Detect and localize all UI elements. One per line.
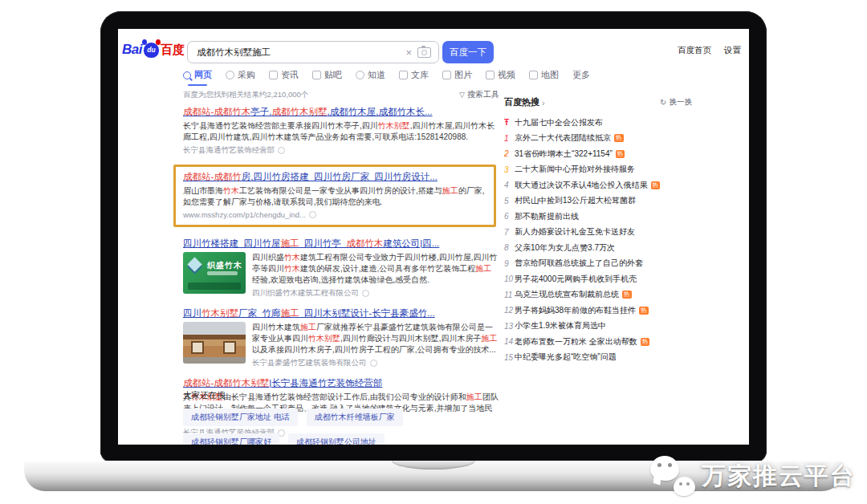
- result-type-tab[interactable]: 贴吧: [312, 69, 342, 86]
- search-result: 四川竹楼搭建_四川竹屋施工_四川竹亭_成都竹木建筑公司|四... 织盛竹木 四川…: [183, 238, 499, 299]
- related-chip[interactable]: 成都轻钢别墅厂家地址 电话: [183, 408, 298, 426]
- hot-badge: 热: [641, 338, 650, 346]
- hot-search-item[interactable]: 8 父亲10年为女儿点赞3.7万次: [504, 240, 692, 256]
- result-thumbnail[interactable]: 织盛竹木: [183, 252, 246, 294]
- hot-search-item[interactable]: 10 男子花4000元网购手机收到手机壳: [504, 271, 692, 287]
- clear-icon[interactable]: ×: [400, 47, 417, 59]
- top-links: 百度首页 设置: [678, 45, 741, 56]
- hot-item-text: 那不勒斯提前出线: [515, 211, 579, 222]
- hot-search-item[interactable]: 5 村民山中捡到13公斤超大松茸菌群: [504, 193, 692, 209]
- hot-search-item[interactable]: 3 二十大新闻中心开始对外接待服务: [504, 162, 692, 178]
- result-type-tab[interactable]: 网页: [183, 69, 212, 86]
- result-type-tab[interactable]: 知道: [356, 69, 385, 86]
- result-snippet: 眉山市墨海竹木工艺装饰有限公司是一家专业从事四川竹房的设计,搭建与施工的厂家,如…: [183, 185, 486, 208]
- result-type-tab[interactable]: 图片: [442, 69, 472, 86]
- tab-icon: [183, 71, 191, 79]
- hot-rank: 11: [504, 291, 515, 299]
- result-title-link[interactable]: 成都站-成都竹房,四川竹房搭建_四川竹房厂家_四川竹房设计...: [183, 171, 486, 183]
- result-type-tab[interactable]: 更多: [572, 69, 590, 86]
- hot-rank: 5: [504, 197, 515, 205]
- result-title-link[interactable]: 四川竹楼搭建_四川竹屋施工_四川竹亭_成都竹木建筑公司|四...: [183, 238, 499, 250]
- result-source[interactable]: 四川织盛竹木建筑工程有限公司: [252, 288, 499, 299]
- result-source[interactable]: 长宁县海通竹艺装饰经营部: [183, 145, 499, 156]
- hot-item-text: 十九届七中全会公报发布: [515, 117, 603, 128]
- result-snippet: 长宁县海通竹艺装饰经营部主要承接四川竹木亭子,四川竹木别墅,四川竹木屋,四川竹木…: [183, 120, 499, 143]
- baidu-results-page: 百度首页 设置 Bai du 百度 × 百度一下 网页: [118, 29, 749, 445]
- hot-search-item[interactable]: 12 男子将妈妈38年前做的布鞋当挂件 热: [504, 303, 692, 319]
- hot-rank: 14: [504, 337, 515, 346]
- related-chip[interactable]: 成都轻钢别墅厂哪家好: [183, 433, 279, 445]
- home-link[interactable]: 百度首页: [678, 45, 711, 56]
- refresh-icon: ↻: [660, 98, 666, 107]
- tab-icon: [226, 71, 234, 79]
- hot-item-text: 京外二十大代表团陆续抵京: [515, 132, 611, 144]
- thumb-bottom-strip: [188, 282, 241, 290]
- related-searches: 大家还在搜 成都轻钢别墅厂家地址 电话 成都竹木纤维墙板厂家 成都轻钢别墅厂哪家…: [183, 390, 504, 445]
- result-snippet: 四川竹木建筑施工厂家就推荐长宁县豪盛竹艺建筑装饰有限公司是一家专业从事四川竹木别…: [252, 322, 499, 356]
- watermark: 万家推云平台: [650, 456, 856, 496]
- search-input[interactable]: [195, 47, 400, 58]
- hot-search-item[interactable]: 6 那不勒斯提前出线: [504, 209, 692, 225]
- hot-item-text: 老师布置数一万粒米 全家出动帮数: [515, 336, 637, 348]
- hot-item-text: 乌克兰现总统宣布制裁前总统: [515, 289, 619, 300]
- hot-search-title[interactable]: 百度热搜 ›: [504, 96, 545, 108]
- logo-cn-text: 百度: [161, 43, 185, 58]
- thumb-logo-icon: [187, 257, 201, 271]
- baidu-logo[interactable]: Bai du 百度: [122, 42, 185, 58]
- hot-search-item[interactable]: 14 老师布置数一万粒米 全家出动帮数 热: [504, 334, 692, 350]
- tab-icon: [356, 71, 364, 79]
- search-result: 成都站-成都竹木亭子,成都竹木别墅,成都竹木屋,成都竹木长... 长宁县海通竹艺…: [183, 106, 499, 156]
- hot-item-text: 新人办婚宴设计礼金互免卡送好友: [515, 226, 635, 238]
- hot-item-text: 男子将妈妈38年前做的布鞋当挂件: [515, 305, 636, 316]
- vertical-tabs: 网页 采购 资讯 贴吧: [183, 69, 590, 86]
- search-button[interactable]: 百度一下: [442, 41, 494, 63]
- hot-item-text: 联大通过决议不承认4地公投入俄结果: [515, 180, 648, 191]
- hot-search-item[interactable]: 15 中纪委曝光多起“吃空饷”问题: [504, 350, 692, 366]
- result-title-link[interactable]: 成都站-成都竹木亭子,成都竹木别墅,成都竹木屋,成都竹木长...: [183, 106, 499, 118]
- hot-search-list: 十九届七中全会公报发布 1 京外二十大代表团陆续抵京 热 2 31省份昨增本土“…: [504, 115, 692, 365]
- hot-rank: 8: [504, 243, 515, 252]
- tab-label: 采购: [238, 69, 255, 81]
- hot-search-item[interactable]: 4 联大通过决议不承认4地公投入俄结果 热: [504, 177, 692, 193]
- hot-rank: 7: [504, 228, 515, 237]
- result-thumbnail[interactable]: [183, 322, 246, 364]
- hot-rank: 1: [504, 134, 515, 143]
- hot-badge: 热: [651, 181, 661, 189]
- related-chip[interactable]: 成都轻钢别墅公司地址: [288, 433, 385, 445]
- result-type-tab[interactable]: 地图: [529, 69, 559, 86]
- hot-search-item[interactable]: 2 31省份昨增本土“322+1154” 热: [504, 146, 692, 162]
- hot-search-item[interactable]: 7 新人办婚宴设计礼金互免卡送好友: [504, 225, 692, 241]
- tab-label: 网页: [194, 69, 212, 81]
- result-title-link[interactable]: 四川竹木别墅厂家_竹廊施工_四川木别墅设计-长宁县豪盛竹...: [183, 307, 499, 319]
- hot-search-item[interactable]: 11 乌克兰现总统宣布制裁前总统 热: [504, 287, 692, 303]
- hot-rank: 2: [504, 149, 515, 158]
- hot-search-panel: 百度热搜 › ↻ 换一换 十九届七中全会公报发布: [504, 96, 692, 365]
- hot-refresh-button[interactable]: ↻ 换一换: [660, 97, 692, 108]
- search-tools[interactable]: ▽ 搜索工具: [459, 89, 499, 100]
- camera-icon[interactable]: [417, 47, 431, 58]
- settings-link[interactable]: 设置: [724, 45, 741, 56]
- hot-search-item[interactable]: 9 普京给阿联酋总统披上了自己的外套: [504, 256, 692, 272]
- result-type-tab[interactable]: 文库: [399, 69, 429, 86]
- hot-rank: 6: [504, 212, 515, 221]
- hot-rank: 15: [504, 353, 515, 362]
- tab-icon: [442, 71, 451, 79]
- hot-item-text: 父亲10年为女儿点赞3.7万次: [515, 242, 615, 254]
- search-box[interactable]: ×: [187, 41, 439, 63]
- baidu-paw-icon: du: [144, 43, 159, 58]
- search-tools-label: 搜索工具: [467, 89, 499, 100]
- result-type-tab[interactable]: 视频: [486, 69, 515, 86]
- hot-search-item[interactable]: 十九届七中全会公报发布: [504, 115, 692, 131]
- result-title-link[interactable]: 成都站-成都竹木别墅|长宁县海通竹艺装饰经营部: [183, 377, 499, 389]
- hot-badge: 热: [622, 291, 632, 299]
- hot-item-text: 普京给阿联酋总统披上了自己的外套: [515, 258, 643, 269]
- result-type-tab[interactable]: 采购: [226, 69, 255, 86]
- hot-search-item[interactable]: 1 京外二十大代表团陆续抵京 热: [504, 131, 692, 147]
- tab-label: 地图: [541, 69, 559, 81]
- hot-search-item[interactable]: 13 小学生1.9米被体育局选中: [504, 319, 692, 335]
- funnel-icon: ▽: [459, 91, 465, 99]
- result-type-tab[interactable]: 资讯: [269, 69, 299, 86]
- related-chip[interactable]: 成都竹木纤维墙板厂家: [307, 408, 403, 426]
- stats-line: 百度为您找到相关结果约2,210,000个 ▽ 搜索工具: [183, 89, 499, 100]
- result-source[interactable]: 长宁县豪盛竹艺建筑装饰有限公司: [252, 358, 499, 368]
